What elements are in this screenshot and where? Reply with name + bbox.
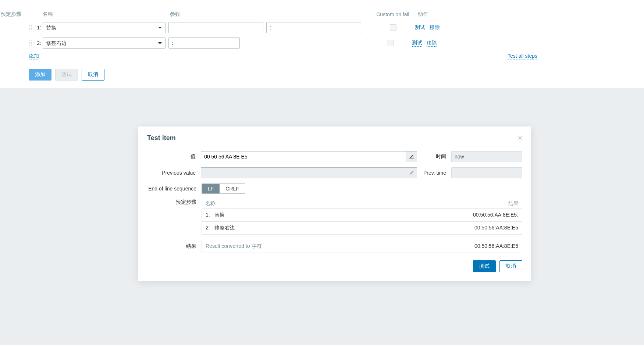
add-link[interactable]: 添加 <box>29 53 39 60</box>
param1-input[interactable] <box>168 22 263 33</box>
test-link[interactable]: 测试 <box>415 24 425 31</box>
actions-header: 动作 <box>414 11 428 18</box>
prev-time-input <box>451 167 522 178</box>
custom-on-fail-header: Custom on fail <box>371 11 414 17</box>
result-label: 结果 <box>147 243 202 250</box>
step-row: 2: 修整右边 测试 移除 <box>1 38 643 49</box>
name-header: 名称 <box>43 11 170 18</box>
drag-handle-icon[interactable] <box>29 40 35 46</box>
modal-backdrop: Test item × 值 时间 Previous value Prev. <box>0 88 644 345</box>
value-label: 值 <box>147 153 201 160</box>
drag-handle-icon[interactable] <box>29 24 35 31</box>
params-header: 参数 <box>170 11 371 18</box>
step-number: 1: <box>35 25 43 31</box>
modal-cancel-button[interactable]: 取消 <box>499 260 522 272</box>
modal-test-button[interactable]: 测试 <box>473 260 496 272</box>
remove-link[interactable]: 移除 <box>427 40 437 47</box>
edit-value-button[interactable] <box>406 151 417 162</box>
pencil-icon <box>409 154 414 159</box>
preprocessing-label: 预定步骤 <box>1 11 43 18</box>
step-name-select[interactable]: 替换 <box>43 22 166 33</box>
custom-on-fail-checkbox[interactable] <box>387 40 394 46</box>
test-button-disabled: 测试 <box>55 69 78 81</box>
column-headers: 预定步骤 名称 参数 Custom on fail 动作 <box>1 11 643 18</box>
prev-value-label: Previous value <box>147 170 201 176</box>
time-input <box>451 151 522 162</box>
eol-toggle: LF CRLF <box>202 183 245 194</box>
result-box: Result converted to 字符 00:50:56:AA:8E:E5 <box>202 240 522 253</box>
step-row: 1: 替换 测试 移除 <box>1 22 643 33</box>
steps-name-header: 名称 <box>205 200 508 207</box>
param2-input[interactable] <box>266 22 361 33</box>
preprocessing-label: 预定步骤 <box>147 199 202 206</box>
test-item-modal: Test item × 值 时间 Previous value Prev. <box>138 126 531 281</box>
test-all-steps-link[interactable]: Test all steps <box>508 53 537 60</box>
edit-prev-value-button[interactable] <box>406 167 417 178</box>
step-number: 2: <box>35 40 43 46</box>
lf-toggle[interactable]: LF <box>202 184 220 193</box>
prev-time-label: Prev. time <box>417 170 451 176</box>
pencil-icon <box>409 170 414 175</box>
param1-input[interactable] <box>168 38 240 49</box>
test-link[interactable]: 测试 <box>412 40 422 47</box>
add-button[interactable]: 添加 <box>29 69 51 81</box>
eol-label: End of line sequence <box>147 186 202 192</box>
steps-results-body: 1: 替换 00:50:56:AA:8E:E5: 2: 修整右边 00:50:5… <box>202 208 522 235</box>
modal-title: Test item <box>147 134 176 142</box>
result-message: Result converted to 字符 <box>206 243 474 250</box>
step-result-row: 1: 替换 00:50:56:AA:8E:E5: <box>202 209 522 222</box>
step-name-select[interactable]: 修整右边 <box>43 38 166 49</box>
crlf-toggle[interactable]: CRLF <box>220 184 245 193</box>
close-icon[interactable]: × <box>518 134 522 142</box>
steps-result-header: 结果 <box>508 200 519 207</box>
result-value: 00:50:56:AA:8E:E5 <box>474 243 518 250</box>
cancel-button[interactable]: 取消 <box>82 69 104 81</box>
prev-value-input <box>201 167 406 178</box>
step-result-row: 2: 修整右边 00:50:56:AA:8E:E5 <box>202 222 522 234</box>
preprocessing-config: 预定步骤 名称 参数 Custom on fail 动作 1: 替换 测试 移除… <box>0 0 644 88</box>
value-input[interactable] <box>201 151 406 162</box>
remove-link[interactable]: 移除 <box>430 24 440 31</box>
time-label: 时间 <box>417 153 451 160</box>
custom-on-fail-checkbox[interactable] <box>390 24 396 31</box>
